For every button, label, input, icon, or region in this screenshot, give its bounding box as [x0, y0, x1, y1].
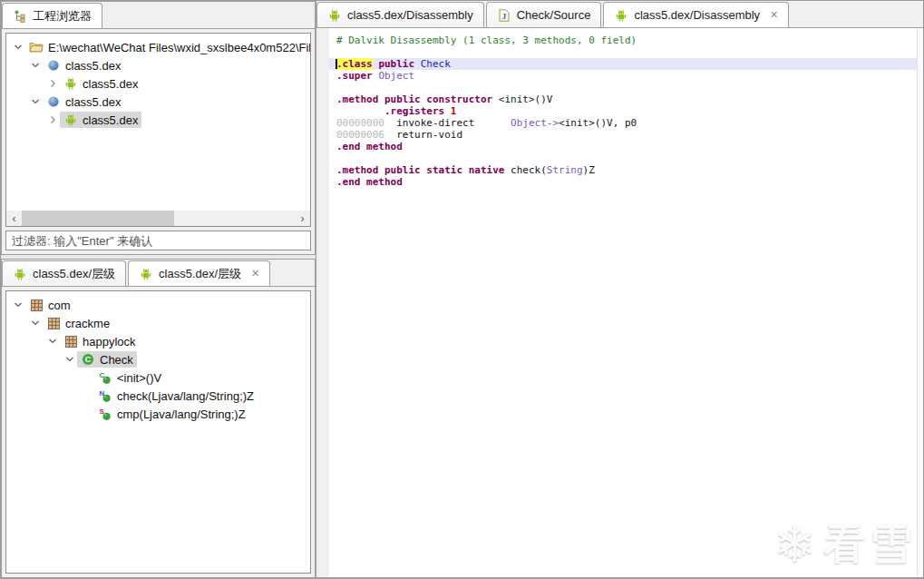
code-segment: .method	[336, 93, 378, 105]
code-segment: )Z	[583, 164, 595, 176]
close-icon[interactable]: ✕	[770, 10, 778, 20]
horizontal-scrollbar[interactable]: ‹ ›	[6, 211, 310, 226]
tab-label: class5.dex/层级	[33, 266, 115, 282]
tree-item-content[interactable]: class5.dex	[60, 75, 141, 92]
chevron-collapsed-icon[interactable]	[44, 79, 60, 88]
tree-item-label: crackme	[65, 317, 110, 330]
scrollbar-thumb[interactable]	[22, 211, 174, 226]
tree-item-content[interactable]: CCheck	[77, 351, 137, 368]
tree-item-label: class5.dex	[83, 77, 138, 91]
tree-item-happylock[interactable]: happylock	[6, 332, 310, 350]
code-segment	[384, 117, 396, 129]
tree-item-com[interactable]: com	[6, 296, 310, 314]
chevron-expanded-icon[interactable]	[62, 355, 77, 364]
android-icon	[327, 8, 342, 23]
code-line[interactable]: .super Object	[329, 70, 917, 82]
code-line[interactable]: .method public static native check(Strin…	[329, 164, 917, 176]
code-line[interactable]: 00000006 return-void	[329, 129, 917, 141]
tree-item-content[interactable]: class5.dex	[60, 112, 141, 128]
scroll-left-arrow-icon[interactable]: ‹	[6, 211, 22, 226]
chevron-expanded-icon[interactable]	[10, 43, 25, 52]
tab-project-explorer[interactable]: 工程浏览器	[2, 3, 102, 28]
tab-class5-dex-层级[interactable]: class5.dex/层级	[2, 260, 126, 286]
tree-item-cmp-ljava-lang-string-z[interactable]: Scmp(Ljava/lang/String;)Z	[6, 405, 310, 423]
tree-item-class5-dex[interactable]: class5.dex	[6, 93, 310, 111]
code-segment: .registers	[384, 105, 444, 117]
code-segment	[474, 117, 511, 129]
code-line[interactable]: .method public constructor <init>()V	[329, 93, 917, 105]
project-tree-box: E:\wechat\WeChat Files\wxid_sxslbee4x0m5…	[5, 33, 311, 227]
tree-item-label: com	[48, 299, 71, 312]
tree-item-label: E:\wechat\WeChat Files\wxid_sxslbee4x0m5…	[48, 41, 310, 54]
tree-item-content[interactable]: class5.dex	[43, 93, 124, 110]
vertical-scrollbar[interactable]	[917, 28, 923, 577]
project-explorer-tabbar: 工程浏览器	[2, 2, 315, 29]
hierarchy-tabbar: class5.dex/层级class5.dex/层级✕	[2, 260, 315, 287]
code-segment: static	[426, 164, 462, 176]
android-icon	[13, 267, 27, 281]
code-line[interactable]: .class public Check	[329, 58, 917, 70]
code-segment: 00000000	[336, 117, 384, 129]
tree-item-e-wechat-wechat-files-wxid-sxslbee4x0m522-fil[interactable]: E:\wechat\WeChat Files\wxid_sxslbee4x0m5…	[6, 38, 310, 56]
code-segment: String	[547, 164, 583, 176]
project-explorer-body: E:\wechat\WeChat Files\wxid_sxslbee4x0m5…	[2, 29, 315, 254]
tree-item-label: class5.dex	[65, 95, 121, 109]
hierarchy-body: comcrackmehappylockCCheckC<init>()VNchec…	[2, 287, 315, 577]
code-line[interactable]: # Dalvik Disassembly (1 class, 3 methods…	[329, 34, 917, 46]
tree-item-content[interactable]: com	[25, 297, 74, 313]
tree-item-check-ljava-lang-string-z[interactable]: Ncheck(Ljava/lang/String;)Z	[6, 387, 310, 405]
android-icon	[63, 113, 78, 127]
tree-item-label: happylock	[83, 335, 136, 348]
tree-item-label: check(Ljava/lang/String;)Z	[117, 389, 254, 403]
code-segment: # Dalvik Disassembly (1 class, 3 methods…	[336, 34, 637, 46]
tree-item-content[interactable]: E:\wechat\WeChat Files\wxid_sxslbee4x0m5…	[25, 39, 310, 55]
tree-item-content[interactable]: class5.dex	[43, 57, 124, 74]
tree-item-crackme[interactable]: crackme	[6, 314, 310, 332]
tree-item-class5-dex[interactable]: class5.dex	[6, 111, 310, 129]
chevron-expanded-icon[interactable]	[44, 337, 60, 346]
code-segment: .super	[336, 70, 373, 82]
method-native-icon: N	[98, 388, 112, 403]
tab-class5-dex-层级[interactable]: class5.dex/层级✕	[128, 260, 270, 286]
scrollbar-track[interactable]	[22, 211, 295, 226]
code-line[interactable]: .end method	[329, 176, 917, 188]
chevron-collapsed-icon[interactable]	[44, 115, 60, 124]
editor-gutter	[316, 28, 329, 577]
left-column: 工程浏览器 E:\wechat\WeChat Files\wxid_sxslbe…	[1, 1, 316, 578]
tree-item-content[interactable]: happylock	[60, 333, 140, 349]
editor-tabbar: class5.dex/DisassemblyJCheck/Sourceclass…	[316, 1, 923, 28]
code-line[interactable]	[329, 46, 917, 58]
svg-text:C: C	[85, 355, 92, 364]
tree-item-content[interactable]: C<init>()V	[94, 369, 165, 386]
tree-item-check[interactable]: CCheck	[6, 350, 310, 368]
close-icon[interactable]: ✕	[251, 269, 259, 279]
filter-input[interactable]	[5, 231, 311, 250]
code-segment	[414, 58, 421, 70]
tab-check-source[interactable]: JCheck/Source	[486, 2, 602, 27]
code-line[interactable]: .end method	[329, 141, 917, 152]
code-segment: .end method	[336, 176, 403, 188]
package-icon	[29, 298, 44, 312]
chevron-expanded-icon[interactable]	[27, 319, 43, 328]
tab-class5-dex-disassembly[interactable]: class5.dex/Disassembly	[316, 2, 484, 27]
tree-item-class5-dex[interactable]: class5.dex	[6, 74, 310, 93]
chevron-expanded-icon[interactable]	[27, 61, 43, 70]
tab-label: class5.dex/层级	[159, 266, 241, 282]
java-source-icon: J	[497, 8, 511, 23]
tree-item-content[interactable]: Scmp(Ljava/lang/String;)Z	[94, 406, 249, 422]
code-segment: public	[384, 93, 421, 105]
code-line[interactable]	[329, 152, 917, 164]
chevron-expanded-icon[interactable]	[10, 300, 25, 309]
scroll-right-arrow-icon[interactable]: ›	[295, 211, 310, 226]
tree-item-content[interactable]: Ncheck(Ljava/lang/String;)Z	[94, 388, 258, 404]
code-line[interactable]	[329, 82, 917, 93]
disassembly-code[interactable]: # Dalvik Disassembly (1 class, 3 methods…	[329, 28, 917, 577]
code-line[interactable]: .registers 1	[329, 105, 917, 117]
tab-class5-dex-disassembly[interactable]: class5.dex/Disassembly✕	[603, 2, 789, 27]
android-icon	[139, 267, 153, 281]
tree-item-class5-dex[interactable]: class5.dex	[6, 56, 310, 74]
chevron-expanded-icon[interactable]	[27, 97, 43, 106]
tree-item--init-v[interactable]: C<init>()V	[6, 368, 310, 387]
code-line[interactable]: 00000000 invoke-direct Object-><init>()V…	[329, 117, 917, 129]
tree-item-content[interactable]: crackme	[43, 315, 113, 331]
